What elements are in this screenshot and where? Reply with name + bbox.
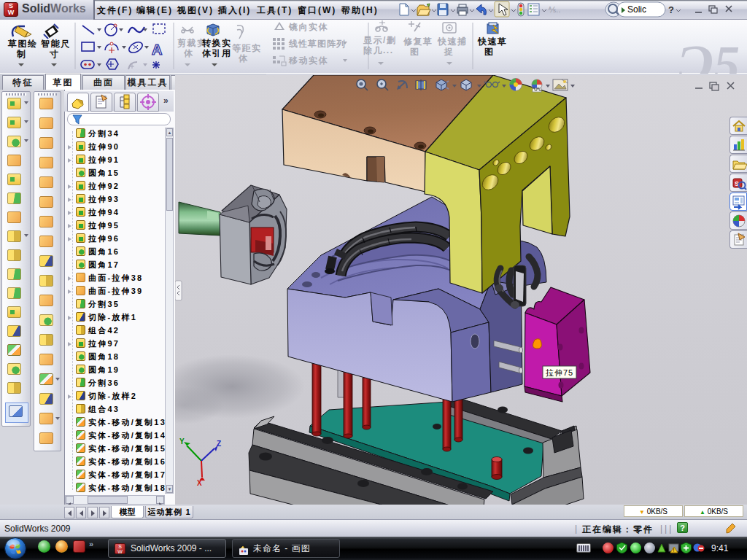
svg-text:移动实体: 移动实体 xyxy=(288,55,328,66)
svg-text:体: 体 xyxy=(238,53,249,63)
svg-text:?: ? xyxy=(668,4,674,15)
svg-text:A: A xyxy=(152,42,162,58)
svg-text:⅍..: ⅍.. xyxy=(548,5,560,14)
svg-text:Y: Y xyxy=(179,438,185,446)
svg-text:镜向实体: 镜向实体 xyxy=(288,22,328,32)
svg-text:图: 图 xyxy=(410,47,420,57)
svg-text:显示/删: 显示/删 xyxy=(363,35,396,45)
svg-text:除几...: 除几... xyxy=(363,45,394,55)
svg-text:修复草: 修复草 xyxy=(403,36,433,47)
svg-text:X: X xyxy=(197,479,202,487)
svg-text:!: ! xyxy=(673,548,675,553)
svg-text:拉伸75: 拉伸75 xyxy=(546,368,573,377)
svg-text:快速捕: 快速捕 xyxy=(437,36,468,47)
svg-text:等距实: 等距实 xyxy=(232,43,262,53)
svg-text:草图绘: 草图绘 xyxy=(7,39,38,49)
svg-text:体: 体 xyxy=(183,48,194,58)
svg-text:图: 图 xyxy=(484,47,495,57)
svg-text:Ɔ5: Ɔ5 xyxy=(678,35,740,74)
svg-text:体引用: 体引用 xyxy=(201,48,232,58)
svg-text:Solic: Solic xyxy=(627,4,646,15)
svg-text:制: 制 xyxy=(16,49,27,59)
svg-text:线性草图阵列: 线性草图阵列 xyxy=(288,39,346,49)
svg-text:智能尺: 智能尺 xyxy=(40,39,71,49)
svg-text:Z: Z xyxy=(217,440,221,448)
svg-text:捉: 捉 xyxy=(444,47,454,57)
svg-text:寸: 寸 xyxy=(49,49,60,59)
svg-text:转换实: 转换实 xyxy=(201,38,232,48)
svg-text:快速草: 快速草 xyxy=(477,36,508,47)
